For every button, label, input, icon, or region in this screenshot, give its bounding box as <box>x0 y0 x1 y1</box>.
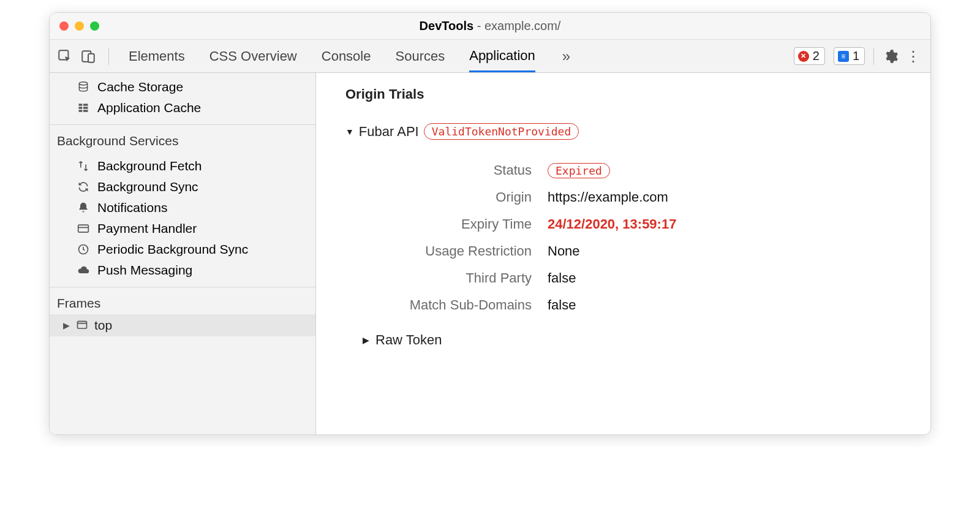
sidebar-item-application-cache[interactable]: Application Cache <box>50 97 315 118</box>
more-tabs-icon[interactable]: » <box>560 48 573 65</box>
svg-rect-5 <box>83 104 88 105</box>
sidebar-item-cache-storage[interactable]: Cache Storage <box>50 77 315 97</box>
sync-icon <box>77 181 90 193</box>
window-title: DevTools - example.com/ <box>50 19 930 33</box>
expiry-label: Expiry Time <box>345 216 548 232</box>
divider <box>108 48 109 65</box>
origin-label: Origin <box>345 189 548 205</box>
sidebar-item-background-fetch[interactable]: Background Fetch <box>50 156 315 176</box>
svg-rect-7 <box>83 107 88 108</box>
sidebar-item-push-messaging[interactable]: Push Messaging <box>50 260 315 281</box>
devtools-window: DevTools - example.com/ Elements CSS Ove… <box>49 12 931 435</box>
tab-console[interactable]: Console <box>322 41 371 71</box>
sidebar-item-background-sync[interactable]: Background Sync <box>50 176 315 197</box>
svg-rect-12 <box>78 321 87 328</box>
clock-icon <box>77 243 90 256</box>
cloud-icon <box>77 264 90 276</box>
window-title-prefix: DevTools <box>420 19 474 32</box>
sidebar-item-periodic-background-sync[interactable]: Periodic Background Sync <box>50 239 315 260</box>
error-count: 2 <box>813 49 820 63</box>
chevron-right-icon: ▶ <box>63 320 70 330</box>
trial-name: Fubar API <box>359 124 419 140</box>
frames-root-item[interactable]: ▶ top <box>50 314 315 336</box>
tab-css-overview[interactable]: CSS Overview <box>209 41 297 71</box>
inspect-element-icon[interactable] <box>57 48 73 64</box>
sidebar-item-label: Application Cache <box>97 100 201 115</box>
message-count-pill[interactable]: 1 <box>834 47 865 65</box>
expiry-value: 24/12/2020, 13:59:17 <box>548 216 676 232</box>
application-sidebar: Cache Storage Application Cache Backgrou… <box>50 73 316 434</box>
message-count: 1 <box>853 49 859 63</box>
sidebar-item-label: Periodic Background Sync <box>97 242 248 257</box>
svg-rect-8 <box>79 110 83 112</box>
sidebar-item-payment-handler[interactable]: Payment Handler <box>50 218 315 239</box>
sidebar-item-notifications[interactable]: Notifications <box>50 197 315 218</box>
status-label: Status <box>345 162 548 178</box>
match-subdomains-label: Match Sub-Domains <box>345 297 548 313</box>
message-icon <box>838 51 849 62</box>
sidebar-item-label: Background Fetch <box>97 159 202 173</box>
panel-tabs: Elements CSS Overview Console Sources Ap… <box>118 40 573 72</box>
sidebar-item-label: Background Sync <box>97 180 198 194</box>
svg-rect-10 <box>78 225 89 232</box>
svg-rect-6 <box>79 107 83 108</box>
sidebar-section-background: Background Services <box>50 125 315 152</box>
main-panel: Origin Trials ▼ Fubar API ValidTokenNotP… <box>316 73 930 434</box>
raw-token-toggle[interactable]: ▶ Raw Token <box>363 332 906 348</box>
main-toolbar: Elements CSS Overview Console Sources Ap… <box>50 40 930 73</box>
usage-restriction-label: Usage Restriction <box>345 243 548 259</box>
device-toggle-icon[interactable] <box>80 48 96 64</box>
trial-error-badge: ValidTokenNotProvided <box>424 123 579 140</box>
sidebar-section-frames: Frames <box>50 287 315 314</box>
page-heading: Origin Trials <box>345 86 906 102</box>
window-title-url: example.com/ <box>484 19 561 32</box>
chevron-down-icon: ▼ <box>345 127 354 137</box>
sidebar-item-label: Payment Handler <box>97 221 197 236</box>
sidebar-item-label: Push Messaging <box>97 263 192 278</box>
error-icon <box>798 51 809 62</box>
bell-icon <box>77 202 90 214</box>
sidebar-item-label: Notifications <box>97 200 167 215</box>
svg-rect-2 <box>88 53 94 62</box>
third-party-value: false <box>548 270 576 286</box>
svg-rect-9 <box>83 110 88 112</box>
divider <box>873 48 874 65</box>
tab-elements[interactable]: Elements <box>129 41 185 71</box>
gear-icon[interactable] <box>883 48 899 64</box>
origin-trial-header[interactable]: ▼ Fubar API ValidTokenNotProvided <box>345 123 906 140</box>
chevron-right-icon: ▶ <box>363 335 369 345</box>
sidebar-item-label: Cache Storage <box>97 80 183 94</box>
status-badge: Expired <box>548 163 610 178</box>
kebab-menu-icon[interactable]: ⋮ <box>902 48 924 65</box>
grid-icon <box>77 102 90 114</box>
tab-application[interactable]: Application <box>469 40 535 72</box>
match-subdomains-value: false <box>548 297 576 313</box>
usage-restriction-value: None <box>548 243 580 259</box>
frame-icon <box>76 319 88 331</box>
trial-properties: Status Expired Origin https://example.co… <box>345 157 906 319</box>
frames-root-label: top <box>94 318 112 333</box>
tab-sources[interactable]: Sources <box>395 41 445 71</box>
title-bar: DevTools - example.com/ <box>50 13 930 40</box>
error-count-pill[interactable]: 2 <box>794 47 825 65</box>
origin-value: https://example.com <box>548 189 668 205</box>
fetch-icon <box>77 160 90 172</box>
svg-point-3 <box>79 82 87 85</box>
card-icon <box>77 222 90 235</box>
raw-token-label: Raw Token <box>375 332 442 348</box>
db-icon <box>77 81 90 93</box>
third-party-label: Third Party <box>345 270 548 286</box>
svg-rect-4 <box>79 104 83 105</box>
